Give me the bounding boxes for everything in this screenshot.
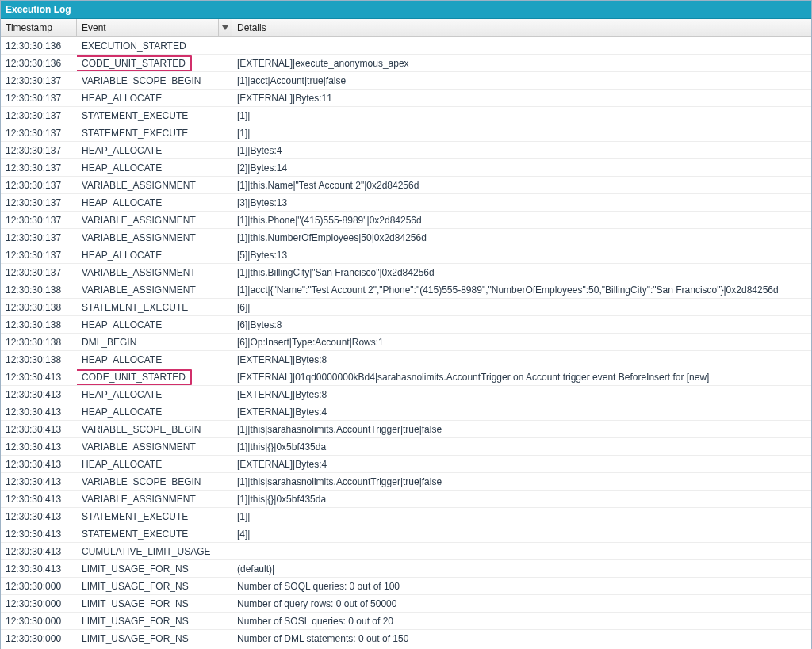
table-row[interactable]: 12:30:30:413STATEMENT_EXECUTE[4]|: [1, 525, 811, 543]
grid-header: Timestamp Event Details: [1, 19, 811, 37]
table-row[interactable]: 12:30:30:137VARIABLE_ASSIGNMENT[1]|this.…: [1, 264, 811, 281]
cell-details: [6]|: [232, 302, 811, 313]
cell-details: [2]|Bytes:14: [232, 162, 811, 174]
table-row[interactable]: 12:30:30:413VARIABLE_ASSIGNMENT[1]|this|…: [1, 438, 811, 456]
chevron-down-icon: [222, 25, 228, 30]
table-row[interactable]: 12:30:30:137VARIABLE_ASSIGNMENT[1]|this.…: [1, 177, 811, 194]
table-row[interactable]: 12:30:30:137STATEMENT_EXECUTE[1]|: [1, 124, 811, 142]
grid-body: 12:30:30:136EXECUTION_STARTED12:30:30:13…: [1, 37, 811, 649]
table-row[interactable]: 12:30:30:413VARIABLE_ASSIGNMENT[1]|this|…: [1, 491, 811, 508]
cell-event: HEAP_ALLOCATE: [77, 354, 232, 365]
cell-details: [1]|this|{}|0x5bf435da: [232, 441, 811, 452]
table-row[interactable]: 12:30:30:137VARIABLE_ASSIGNMENT[1]|this.…: [1, 229, 811, 246]
cell-event: CUMULATIVE_LIMIT_USAGE: [77, 546, 232, 557]
cell-timestamp: 12:30:30:413: [1, 424, 77, 435]
cell-timestamp: 12:30:30:413: [1, 476, 77, 487]
table-row[interactable]: 12:30:30:413HEAP_ALLOCATE[EXTERNAL]|Byte…: [1, 456, 811, 473]
cell-event: LIMIT_USAGE_FOR_NS: [77, 581, 232, 592]
cell-event: LIMIT_USAGE_FOR_NS: [77, 563, 232, 575]
table-row[interactable]: 12:30:30:137HEAP_ALLOCATE[EXTERNAL]|Byte…: [1, 90, 811, 107]
cell-timestamp: 12:30:30:413: [1, 441, 77, 452]
cell-timestamp: 12:30:30:413: [1, 389, 77, 400]
table-row[interactable]: 12:30:30:413CODE_UNIT_STARTED[EXTERNAL]|…: [1, 368, 811, 386]
column-header-timestamp[interactable]: Timestamp: [1, 19, 77, 36]
svg-marker-0: [222, 25, 228, 30]
cell-details: [EXTERNAL]|Bytes:11: [232, 93, 811, 104]
cell-event: CODE_UNIT_STARTED: [77, 369, 232, 385]
cell-event: STATEMENT_EXECUTE: [77, 529, 232, 540]
cell-event: HEAP_ALLOCATE: [77, 145, 232, 156]
cell-details: Number of DML statements: 0 out of 150: [232, 633, 811, 644]
cell-timestamp: 12:30:30:137: [1, 75, 77, 86]
table-row[interactable]: 12:30:30:136CODE_UNIT_STARTED[EXTERNAL]|…: [1, 55, 811, 72]
column-header-event-label: Event: [82, 22, 106, 33]
cell-event: VARIABLE_SCOPE_BEGIN: [77, 75, 232, 86]
cell-details: [1]|this.Name|"Test Account 2"|0x2d84256…: [232, 180, 811, 191]
table-row[interactable]: 12:30:30:138STATEMENT_EXECUTE[6]|: [1, 299, 811, 316]
cell-event: HEAP_ALLOCATE: [77, 197, 232, 208]
cell-timestamp: 12:30:30:413: [1, 459, 77, 470]
table-row[interactable]: 12:30:30:136EXECUTION_STARTED: [1, 37, 811, 55]
cell-timestamp: 12:30:30:000: [1, 616, 77, 627]
cell-timestamp: 12:30:30:413: [1, 546, 77, 557]
cell-details: [6]|Op:Insert|Type:Account|Rows:1: [232, 337, 811, 348]
cell-event: VARIABLE_ASSIGNMENT: [77, 441, 232, 452]
cell-event: HEAP_ALLOCATE: [77, 459, 232, 470]
cell-timestamp: 12:30:30:138: [1, 337, 77, 348]
table-row[interactable]: 12:30:30:413HEAP_ALLOCATE[EXTERNAL]|Byte…: [1, 386, 811, 403]
table-row[interactable]: 12:30:30:137STATEMENT_EXECUTE[1]|: [1, 107, 811, 124]
table-row[interactable]: 12:30:30:413HEAP_ALLOCATE[EXTERNAL]|Byte…: [1, 403, 811, 421]
table-row[interactable]: 12:30:30:000LIMIT_USAGE_FOR_NSNumber of …: [1, 613, 811, 630]
table-row[interactable]: 12:30:30:137HEAP_ALLOCATE[1]|Bytes:4: [1, 142, 811, 159]
column-header-details-label: Details: [237, 22, 266, 33]
table-row[interactable]: 12:30:30:413VARIABLE_SCOPE_BEGIN[1]|this…: [1, 473, 811, 491]
column-header-details[interactable]: Details: [232, 19, 811, 36]
cell-event: VARIABLE_ASSIGNMENT: [77, 267, 232, 278]
cell-event: HEAP_ALLOCATE: [77, 162, 232, 174]
cell-timestamp: 12:30:30:000: [1, 581, 77, 592]
table-row[interactable]: 12:30:30:000LIMIT_USAGE_FOR_NSNumber of …: [1, 595, 811, 613]
table-row[interactable]: 12:30:30:137HEAP_ALLOCATE[3]|Bytes:13: [1, 194, 811, 212]
table-row[interactable]: 12:30:30:413STATEMENT_EXECUTE[1]|: [1, 508, 811, 525]
column-header-event[interactable]: Event: [77, 19, 232, 36]
table-row[interactable]: 12:30:30:137VARIABLE_SCOPE_BEGIN[1]|acct…: [1, 72, 811, 90]
cell-timestamp: 12:30:30:413: [1, 511, 77, 522]
cell-event: VARIABLE_ASSIGNMENT: [77, 284, 232, 296]
table-row[interactable]: 12:30:30:413LIMIT_USAGE_FOR_NS(default)|: [1, 560, 811, 578]
cell-event: LIMIT_USAGE_FOR_NS: [77, 633, 232, 644]
cell-event: CODE_UNIT_STARTED: [77, 55, 232, 71]
cell-event: HEAP_ALLOCATE: [77, 319, 232, 330]
cell-details: Number of SOSL queries: 0 out of 20: [232, 616, 811, 627]
cell-event: STATEMENT_EXECUTE: [77, 302, 232, 313]
cell-timestamp: 12:30:30:413: [1, 563, 77, 575]
cell-timestamp: 12:30:30:138: [1, 319, 77, 330]
table-row[interactable]: 12:30:30:138VARIABLE_ASSIGNMENT[1]|acct|…: [1, 281, 811, 299]
cell-details: [EXTERNAL]|execute_anonymous_apex: [232, 58, 811, 69]
table-row[interactable]: 12:30:30:137VARIABLE_ASSIGNMENT[1]|this.…: [1, 212, 811, 229]
cell-details: (default)|: [232, 563, 811, 575]
cell-timestamp: 12:30:30:413: [1, 407, 77, 418]
cell-timestamp: 12:30:30:413: [1, 372, 77, 383]
column-menu-trigger[interactable]: [218, 19, 232, 36]
cell-event: LIMIT_USAGE_FOR_NS: [77, 616, 232, 627]
table-row[interactable]: 12:30:30:413CUMULATIVE_LIMIT_USAGE: [1, 543, 811, 560]
cell-timestamp: 12:30:30:137: [1, 215, 77, 226]
table-row[interactable]: 12:30:30:138HEAP_ALLOCATE[6]|Bytes:8: [1, 316, 811, 334]
table-row[interactable]: 12:30:30:000LIMIT_USAGE_FOR_NSNumber of …: [1, 630, 811, 647]
cell-timestamp: 12:30:30:137: [1, 180, 77, 191]
cell-details: [4]|: [232, 529, 811, 540]
cell-timestamp: 12:30:30:137: [1, 162, 77, 174]
cell-timestamp: 12:30:30:137: [1, 232, 77, 243]
cell-event: VARIABLE_ASSIGNMENT: [77, 494, 232, 505]
cell-event: STATEMENT_EXECUTE: [77, 511, 232, 522]
table-row[interactable]: 12:30:30:000LIMIT_USAGE_FOR_NSNumber of …: [1, 578, 811, 595]
cell-details: Number of SOQL queries: 0 out of 100: [232, 581, 811, 592]
table-row[interactable]: 12:30:30:138DML_BEGIN[6]|Op:Insert|Type:…: [1, 334, 811, 351]
table-row[interactable]: 12:30:30:138HEAP_ALLOCATE[EXTERNAL]|Byte…: [1, 351, 811, 368]
table-row[interactable]: 12:30:30:137HEAP_ALLOCATE[5]|Bytes:13: [1, 246, 811, 264]
cell-details: Number of query rows: 0 out of 50000: [232, 598, 811, 609]
table-row[interactable]: 12:30:30:413VARIABLE_SCOPE_BEGIN[1]|this…: [1, 421, 811, 438]
table-row[interactable]: 12:30:30:137HEAP_ALLOCATE[2]|Bytes:14: [1, 159, 811, 177]
cell-details: [EXTERNAL]|01qd0000000kBd4|sarahasnolimi…: [232, 372, 811, 383]
cell-timestamp: 12:30:30:136: [1, 40, 77, 52]
